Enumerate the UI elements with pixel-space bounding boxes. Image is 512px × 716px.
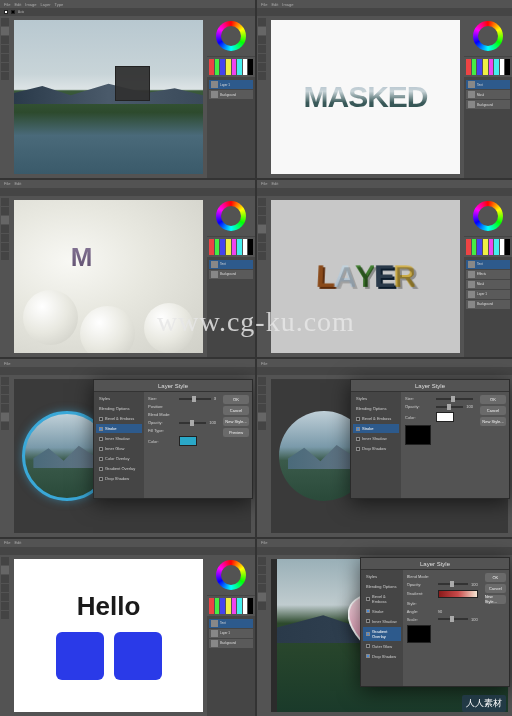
hello-text-layer[interactable]: Hello: [77, 591, 141, 622]
color-panel[interactable]: [464, 16, 512, 56]
color-swatch[interactable]: [436, 412, 454, 422]
layer-style-dialog[interactable]: Layer Style Styles Blending Options Beve…: [93, 379, 253, 499]
color-panel[interactable]: [207, 196, 255, 236]
eraser-tool[interactable]: [1, 63, 9, 71]
options-bar[interactable]: [0, 367, 255, 375]
size-slider[interactable]: [436, 398, 473, 400]
ls-inner-shadow[interactable]: Inner Shadow: [353, 434, 399, 443]
menubar[interactable]: File Edit: [257, 180, 512, 188]
layer-row[interactable]: Text: [209, 260, 253, 269]
menu-item[interactable]: File: [4, 540, 10, 545]
layer-row[interactable]: Mask: [466, 90, 510, 99]
menubar[interactable]: File: [257, 539, 512, 547]
ls-stroke[interactable]: Stroke: [363, 607, 401, 616]
swatches-panel[interactable]: [464, 237, 512, 257]
menu-item[interactable]: Image: [25, 2, 36, 7]
layers-panel[interactable]: Text Layer 1 Background: [207, 617, 255, 717]
layer-row[interactable]: Text: [466, 80, 510, 89]
canvas[interactable]: Hello: [14, 559, 203, 713]
options-bar[interactable]: [257, 367, 512, 375]
ls-blending[interactable]: Blending Options: [363, 582, 401, 591]
layer-row[interactable]: Layer 1: [466, 290, 510, 299]
layers-panel[interactable]: Text Background: [207, 258, 255, 358]
menu-item[interactable]: Edit: [271, 181, 278, 186]
lasso-tool[interactable]: [1, 36, 9, 44]
cancel-button[interactable]: Cancel: [485, 584, 506, 593]
ls-inner-glow[interactable]: Inner Glow: [96, 444, 142, 453]
options-bar[interactable]: [0, 188, 255, 196]
layer-row[interactable]: Background: [209, 90, 253, 99]
opacity-slider[interactable]: [436, 406, 463, 408]
ls-gradient-overlay[interactable]: Gradient Overlay: [96, 464, 142, 473]
masked-text-layer[interactable]: MASKED: [303, 80, 427, 114]
layer-style-dialog[interactable]: Layer Style Styles Blending Options Beve…: [360, 557, 510, 687]
new-style-button[interactable]: New Style...: [480, 417, 506, 426]
canvas[interactable]: [14, 20, 203, 174]
contour-preview[interactable]: [405, 425, 431, 445]
ls-inner-shadow[interactable]: Inner Shadow: [96, 434, 142, 443]
ls-stroke[interactable]: Stroke: [96, 424, 142, 433]
swatches-panel[interactable]: [464, 57, 512, 77]
layer-row[interactable]: Background: [209, 270, 253, 279]
swatches-panel[interactable]: [207, 237, 255, 257]
marquee-tool[interactable]: [1, 27, 9, 35]
ls-drop-shadow[interactable]: Drop Shadow: [353, 444, 399, 453]
menu-item[interactable]: Layer: [40, 2, 50, 7]
cancel-button[interactable]: Cancel: [223, 406, 249, 415]
move-tool[interactable]: [1, 18, 9, 26]
color-panel[interactable]: [207, 555, 255, 595]
tools-panel[interactable]: [0, 16, 10, 178]
ls-color-overlay[interactable]: Color Overlay: [96, 454, 142, 463]
menubar[interactable]: File Edit Image: [257, 0, 512, 8]
layer-row[interactable]: Layer 1: [209, 80, 253, 89]
scale-slider[interactable]: [438, 618, 468, 620]
ls-styles[interactable]: Styles: [96, 394, 142, 403]
ls-bevel[interactable]: Bevel & Emboss: [96, 414, 142, 423]
swatches-panel[interactable]: [207, 596, 255, 616]
tools-panel[interactable]: [0, 375, 10, 537]
opacity-slider[interactable]: [438, 583, 468, 585]
effects-sidebar[interactable]: Styles Blending Options Bevel & Emboss S…: [351, 392, 401, 498]
crop-tool[interactable]: [1, 45, 9, 53]
layer-row[interactable]: Effects: [466, 270, 510, 279]
menu-item[interactable]: File: [4, 181, 10, 186]
menubar[interactable]: File Edit: [0, 539, 255, 547]
ls-styles[interactable]: Styles: [363, 572, 401, 581]
tools-panel[interactable]: [257, 196, 267, 358]
options-bar[interactable]: Auto: [0, 8, 255, 16]
ls-outer-glow[interactable]: Outer Glow: [363, 642, 401, 651]
bg-swatch[interactable]: [11, 10, 15, 14]
ok-button[interactable]: OK: [485, 573, 506, 582]
menu-item[interactable]: File: [4, 2, 10, 7]
size-slider[interactable]: [179, 398, 211, 400]
layer-row[interactable]: Text: [466, 260, 510, 269]
tools-panel[interactable]: [257, 375, 267, 537]
ls-inner-shadow[interactable]: Inner Shadow: [363, 617, 401, 626]
menu-item[interactable]: Edit: [14, 181, 21, 186]
canvas[interactable]: MASKED: [271, 20, 460, 174]
menu-item[interactable]: Image: [282, 2, 293, 7]
layer-row[interactable]: Background: [209, 639, 253, 648]
m-text-layer[interactable]: M: [71, 242, 93, 273]
tools-panel[interactable]: [0, 555, 10, 717]
menu-item[interactable]: File: [261, 540, 267, 545]
blue-rect-2[interactable]: [114, 632, 162, 680]
ok-button[interactable]: OK: [480, 395, 506, 404]
menubar[interactable]: File: [257, 359, 512, 367]
layer-row[interactable]: Background: [466, 300, 510, 309]
cancel-button[interactable]: Cancel: [480, 406, 506, 415]
layer-row[interactable]: Text: [209, 619, 253, 628]
color-panel[interactable]: [464, 196, 512, 236]
type-tool[interactable]: [1, 72, 9, 80]
color-panel[interactable]: [207, 16, 255, 56]
effects-sidebar[interactable]: Styles Blending Options Bevel & Emboss S…: [94, 392, 144, 498]
ls-styles[interactable]: Styles: [353, 394, 399, 403]
menu-item[interactable]: Edit: [14, 540, 21, 545]
canvas[interactable]: M: [14, 200, 203, 354]
preview-check[interactable]: Preview: [223, 428, 249, 437]
menubar[interactable]: File Edit: [0, 180, 255, 188]
ls-blending[interactable]: Blending Options: [96, 404, 142, 413]
tools-panel[interactable]: [0, 196, 10, 358]
layers-panel[interactable]: Layer 1 Background: [207, 78, 255, 178]
menu-item[interactable]: File: [261, 361, 267, 366]
